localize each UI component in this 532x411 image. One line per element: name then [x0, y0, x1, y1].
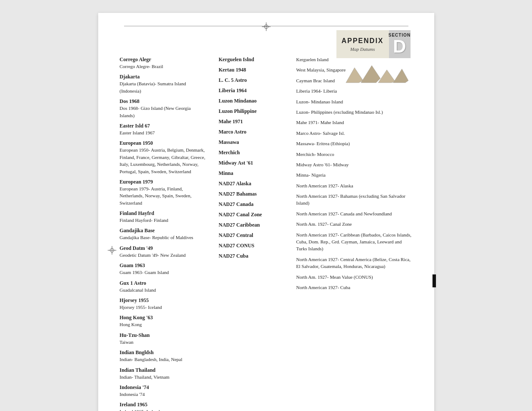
entry-key: Marco Astro — [219, 129, 247, 135]
entry-value: North American 1927- Alaska — [296, 183, 353, 188]
entry-value: European 1979- Austria, Finland, Netherl… — [120, 186, 192, 206]
list-item: Dos 1968 Dos 1968- Gizo Island (New Geor… — [120, 98, 206, 119]
entry-key: Gandajika Base — [120, 227, 155, 234]
entry-key: Merchich — [219, 149, 240, 156]
entry-key: Easter Isld 67 — [120, 123, 150, 129]
list-item: Luzon- Mindanao Island — [296, 98, 413, 105]
entry-key: Mahe 1971 — [219, 118, 243, 125]
entry-value: North American 1927- Canada and Newfound… — [296, 211, 392, 216]
entry-value: Cayman Brac Island — [296, 78, 335, 83]
entry-value: Marco Astro- Salvage Isl. — [296, 131, 345, 136]
list-item: European 1979 European 1979- Austria, Fi… — [120, 178, 206, 206]
list-item: Guam 1963 Guam 1963- Guam Island — [120, 262, 206, 276]
list-item: L. C. 5 Astro — [219, 77, 288, 84]
entry-value: Taiwan — [120, 339, 134, 345]
list-item: Marco Astro — [219, 128, 288, 135]
list-item: Geod Datm '49 Geodetic Datum '49- New Ze… — [120, 245, 206, 258]
entry-value: Gandajika Base- Republic of Maldives — [120, 235, 193, 240]
left-column: Corrego Alegr Corrego Alegre- BrazilDjak… — [120, 56, 206, 411]
list-item: Massawa — [219, 139, 288, 146]
list-item: Midway Ast '61 — [219, 159, 288, 166]
entry-value: North Am. 1927- Mean Value (CONUS) — [296, 274, 373, 280]
entry-key: Midway Ast '61 — [219, 160, 253, 166]
svg-marker-1 — [361, 65, 380, 83]
list-item: NAD27 Central — [219, 232, 288, 239]
appendix-box: APPENDIX Map Datums — [336, 30, 389, 58]
entry-key: European 1950 — [120, 140, 153, 146]
entry-value: Mahe 1971- Mahe Island — [296, 120, 344, 125]
entry-key: European 1979 — [120, 179, 153, 185]
list-item: Massawa- Eritrea (Ethiopia) — [296, 140, 413, 147]
list-item: NAD27 Cuba — [219, 252, 288, 259]
section-edge-marker — [432, 274, 436, 287]
entry-key: NAD27 CONUS — [219, 243, 255, 249]
entry-key: NAD27 Alaska — [219, 181, 252, 187]
entry-key: Indian Bngldsh — [120, 349, 154, 355]
list-item: Minna — [219, 170, 288, 177]
entry-key: Ireland 1965 — [120, 402, 148, 408]
right-keys-col: Kerguelen IslndKertau 1948L. C. 5 AstroL… — [219, 56, 288, 294]
list-item: Marco Astro- Salvage Isl. — [296, 130, 413, 137]
appendix-subtitle: Map Datums — [350, 47, 375, 52]
entry-value: Ireland 1965- Ireland — [120, 409, 160, 411]
list-item: North American 1927- Bahamas (excluding … — [296, 193, 413, 207]
entry-key: Massawa — [219, 139, 239, 145]
entry-key: Corrego Alegr — [120, 56, 151, 62]
right-inner: Kerguelen IslndKertau 1948L. C. 5 AstroL… — [219, 56, 413, 294]
list-item: Djakarta Djakarta (Batavia)- Sumatra Isl… — [120, 73, 206, 94]
list-item: Easter Isld 67 Easter Island 1967 — [120, 122, 206, 136]
entry-key: Minna — [219, 170, 233, 176]
entry-key: Hu-Tzu-Shan — [120, 332, 150, 338]
svg-marker-2 — [378, 70, 395, 83]
list-item: NAD27 Canada — [219, 201, 288, 208]
list-item: European 1950 European 1950- Austria, Be… — [120, 140, 206, 175]
crosshair-left — [108, 246, 116, 255]
entry-key: Luzon Philippine — [219, 108, 257, 114]
list-item: North American 1927- Central America (Be… — [296, 256, 413, 270]
entry-key: Luzon Mindanao — [219, 98, 257, 104]
entry-value: Indonesia '74 — [120, 392, 145, 397]
entry-key: NAD27 Cuba — [219, 253, 249, 259]
entry-value: West Malaysia, Singapore — [296, 67, 346, 72]
entry-value: North American 1927- Caribbean (Barbados… — [296, 232, 412, 252]
entry-key: NAD27 Canada — [219, 201, 254, 207]
entry-key: NAD27 Central — [219, 232, 253, 238]
map-icon — [342, 60, 411, 86]
list-item: Luzon Mindanao — [219, 97, 288, 104]
list-item: North American 1927- Alaska — [296, 182, 413, 189]
entry-value: Liberia 1964- Liberia — [296, 88, 337, 93]
list-item: Indian Bngldsh Indian- Bangladesh, India… — [120, 349, 206, 363]
list-item: North American 1927- Caribbean (Barbados… — [296, 231, 413, 252]
list-item: Liberia 1964 — [219, 87, 288, 94]
list-item: Hjorsey 1955 Hjorsey 1955- Iceland — [120, 297, 206, 311]
list-item: NAD27 Bahamas — [219, 190, 288, 197]
list-item: NAD27 CONUS — [219, 242, 288, 249]
entry-key: Dos 1968 — [120, 98, 140, 104]
entry-key: Kerguelen Islnd — [219, 56, 254, 62]
entry-key: L. C. 5 Astro — [219, 77, 247, 83]
entry-key: NAD27 Bahamas — [219, 191, 257, 197]
entry-key: Hong Kong '63 — [120, 314, 153, 321]
list-item: Midway Astro '61- Midway — [296, 161, 413, 168]
list-item: North Am. 1927- Mean Value (CONUS) — [296, 274, 413, 280]
list-item: NAD27 Canal Zone — [219, 211, 288, 218]
list-item: Hong Kong '63 Hong Kong — [120, 314, 206, 328]
entry-key: Hjorsey 1955 — [120, 297, 149, 303]
list-item: Mahe 1971 — [219, 118, 288, 125]
content-area: Corrego Alegr Corrego Alegre- BrazilDjak… — [120, 56, 413, 411]
section-letter: D — [393, 37, 406, 56]
svg-marker-0 — [346, 68, 363, 83]
list-item: Merchich- Morocco — [296, 151, 413, 158]
entry-value: Kerguelen Island — [296, 57, 329, 62]
appendix-panel: APPENDIX Map Datums SECTION D — [342, 30, 411, 86]
list-item: Indian Thailand Indian- Thailand, Vietna… — [120, 367, 206, 380]
entry-key: Kertau 1948 — [219, 67, 246, 73]
entry-key: Indian Thailand — [120, 367, 156, 373]
entry-value: Indian- Bangladesh, India, Nepal — [120, 357, 183, 362]
page: APPENDIX Map Datums SECTION D — [98, 13, 434, 411]
entry-value: Guam 1963- Guam Island — [120, 270, 169, 275]
list-item: North American 1927- Cuba — [296, 284, 413, 291]
list-item: Finland Hayfrd Finland Hayford- Finland — [120, 210, 206, 224]
section-box: SECTION D — [389, 30, 411, 58]
entry-value: Luzon- Philippines (excluding Mindanao I… — [296, 109, 383, 115]
